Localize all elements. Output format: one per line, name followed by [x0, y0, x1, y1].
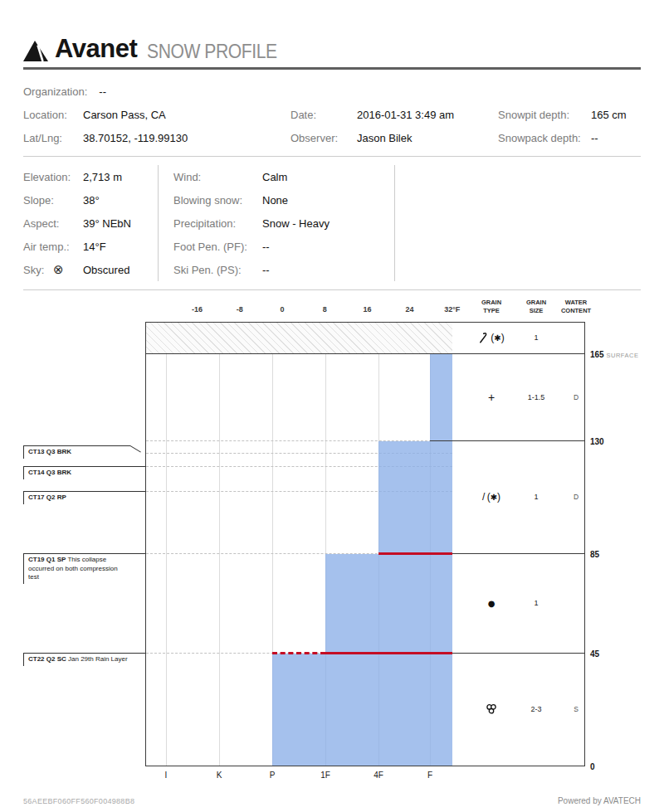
- sky-label: Sky:: [23, 264, 53, 276]
- location-value: Carson Pass, CA: [83, 109, 166, 121]
- surface-band-grain-type-symbol: (✱): [478, 332, 504, 343]
- elevation-value: 2,713 m: [83, 171, 122, 183]
- layer-bar: [430, 354, 452, 440]
- date-value: 2016-01-31 3:49 am: [357, 109, 454, 121]
- crust-line-segment: [272, 652, 325, 654]
- depth-line: [145, 353, 585, 354]
- observer-label: Observer:: [290, 132, 357, 144]
- test-label: CT14 Q3 BRK: [23, 467, 110, 479]
- temp-axis-tick-label: 0: [280, 305, 284, 314]
- organization-label: Organization:: [23, 85, 87, 98]
- snow-profile-report: Avanet SNOW PROFILE Organization: -- Loc…: [0, 0, 664, 812]
- hardness-axis-label: P: [270, 771, 276, 780]
- aspect-row: Aspect: 39° NEbN: [23, 212, 158, 235]
- air-temp-row: Air temp.: 14°F: [23, 235, 158, 258]
- metadata-block: Organization: -- Location: Carson Pass, …: [23, 80, 641, 149]
- layer-1-grain-size-value: 1: [534, 493, 538, 501]
- blowing-snow-value: None: [262, 194, 288, 207]
- hardness-gridline: [219, 353, 220, 766]
- grain-column-header: WATERCONTENT: [547, 299, 605, 314]
- latlng-row: Lat/Lng: 38.70152, -119.99130: [23, 126, 290, 149]
- slope-label: Slope:: [23, 194, 83, 207]
- hardness-gridline: [166, 353, 167, 766]
- aspect-label: Aspect:: [23, 217, 83, 230]
- conditions-middle-column: Wind: Calm Blowing snow: None Precipitat…: [158, 165, 394, 281]
- latlng-label: Lat/Lng:: [23, 132, 83, 144]
- temp-axis-tick-label: 16: [363, 305, 371, 314]
- layer-1-water-content-value: D: [574, 493, 579, 501]
- organization-value: --: [99, 85, 106, 98]
- test-label: CT19 Q1 SP This collapse occurred on bot…: [23, 554, 124, 584]
- blowing-snow-row: Blowing snow: None: [173, 188, 394, 212]
- report-footer: 56AEEBF060FF560F004988B8 Powered by AVAT…: [23, 796, 641, 805]
- snowpit-depth-row: Snowpit depth: 165 cm: [498, 103, 641, 126]
- layer-2-grain-size-value: 1: [534, 599, 538, 607]
- snowpack-depth-row: Snowpack depth: --: [498, 126, 641, 149]
- date-row: Date: 2016-01-31 3:49 am: [290, 103, 498, 126]
- layer-3-water-content-value: S: [574, 705, 579, 713]
- precipitation-row: Precipitation: Snow - Heavy: [173, 212, 394, 235]
- avanet-mountain-icon: [23, 41, 48, 61]
- obscured-sky-icon: ⊗: [53, 262, 83, 277]
- snowpit-depth-value: 165 cm: [591, 109, 627, 121]
- test-label: CT17 Q2 RP: [23, 492, 110, 504]
- temp-axis-tick-label: 24: [406, 305, 414, 314]
- hardness-axis-label: K: [217, 771, 222, 780]
- conditions-left-column: Elevation: 2,713 m Slope: 38° Aspect: 39…: [23, 165, 158, 281]
- wind-value: Calm: [262, 171, 287, 183]
- precipitation-label: Precipitation:: [173, 217, 262, 230]
- ski-pen-label: Ski Pen. (PS):: [173, 264, 262, 276]
- powered-by-avatech: Powered by AVATECH: [558, 796, 641, 805]
- brand-name: Avanet: [55, 36, 137, 61]
- slope-value: 38°: [83, 194, 100, 207]
- report-title: SNOW PROFILE: [147, 41, 277, 61]
- layer-0-grain-size-value: 1-1.5: [528, 393, 545, 401]
- conditions-block: Elevation: 2,713 m Slope: 38° Aspect: 39…: [23, 156, 641, 290]
- layer-0-water-content-value: D: [574, 393, 579, 401]
- hardness-axis-label: F: [427, 771, 432, 780]
- elevation-row: Elevation: 2,713 m: [23, 165, 158, 188]
- depth-tick-label: 165 SURFACE: [590, 350, 638, 359]
- ski-pen-row: Ski Pen. (PS): --: [173, 258, 394, 281]
- foot-pen-value: --: [262, 241, 270, 253]
- layer-3-grain-type-symbol: [486, 703, 497, 715]
- surface-band-grain-size-value: 1: [534, 333, 538, 342]
- depth-tick-label: 85: [590, 550, 599, 559]
- temp-axis-tick-label: 32°F: [444, 305, 460, 314]
- hatch-surface-band: [146, 323, 452, 353]
- temp-axis-tick-label: -16: [192, 305, 203, 314]
- depth-tick-label: 130: [590, 437, 604, 446]
- observer-row: Observer: Jason Bilek: [290, 126, 498, 149]
- foot-pen-label: Foot Pen. (PF):: [173, 241, 262, 253]
- air-temp-label: Air temp.:: [23, 241, 83, 253]
- temp-axis-tick-label: -8: [237, 305, 243, 314]
- conditions-empty-column: [394, 165, 641, 281]
- crust-line-segment: [325, 652, 452, 654]
- test-label: CT22 Q2 SC Jan 29th Rain Layer: [23, 654, 128, 666]
- report-header: Avanet SNOW PROFILE: [23, 0, 641, 61]
- layer-2-grain-type-symbol: ●: [488, 599, 496, 608]
- precipitation-value: Snow - Heavy: [262, 217, 330, 230]
- location-row: Location: Carson Pass, CA: [23, 103, 290, 126]
- depth-line: [430, 440, 585, 441]
- crust-line-segment: [378, 552, 452, 555]
- location-label: Location:: [23, 109, 83, 121]
- date-label: Date:: [290, 109, 357, 121]
- layer-1-grain-type-symbol: / (✱): [482, 491, 500, 503]
- snowpack-depth-label: Snowpack depth:: [498, 132, 591, 144]
- slope-row: Slope: 38°: [23, 188, 158, 212]
- hardness-axis-label: 4F: [374, 771, 383, 780]
- sky-row: Sky: ⊗ Obscured: [23, 258, 158, 281]
- foot-pen-row: Foot Pen. (PF): --: [173, 235, 394, 258]
- depth-tick-label: 45: [590, 649, 599, 659]
- hardness-axis-label: 1F: [320, 771, 330, 780]
- elevation-label: Elevation:: [23, 171, 83, 183]
- ski-pen-value: --: [262, 264, 270, 276]
- snowpit-depth-label: Snowpit depth:: [498, 109, 591, 121]
- snowpack-depth-value: --: [591, 132, 598, 144]
- organization-row: Organization: --: [23, 80, 290, 103]
- observer-value: Jason Bilek: [357, 132, 412, 144]
- test-label: CT13 Q3 BRK: [23, 446, 110, 459]
- layer-bar: [325, 554, 452, 653]
- blowing-snow-label: Blowing snow:: [173, 194, 262, 207]
